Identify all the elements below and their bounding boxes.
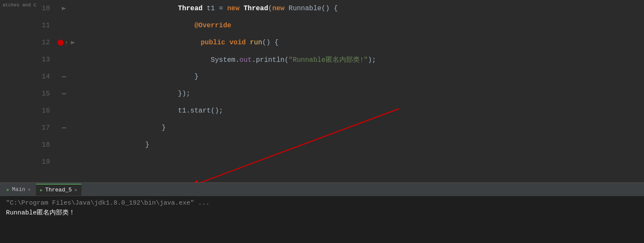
svg-marker-0 xyxy=(62,7,66,10)
gutter-12: ↑ xyxy=(58,39,77,46)
line-num-16: 16 xyxy=(36,107,58,115)
console-area: "C:\Program Files\Java\jdk1.8.0_192\bin\… xyxy=(0,196,644,243)
tab-thread5-close[interactable]: ✕ xyxy=(74,187,77,193)
tab-thread5-icon: ▶ xyxy=(40,188,43,193)
svg-marker-1 xyxy=(71,41,75,44)
sidebar-strip: atches and Consoles xyxy=(0,0,36,182)
line-content-18: } xyxy=(70,133,149,156)
svg-rect-2 xyxy=(62,76,66,77)
tab-main-close[interactable]: ✕ xyxy=(28,187,31,192)
line-num-15: 15 xyxy=(36,90,58,98)
gutter-17 xyxy=(58,124,70,131)
line-num-17: 17 xyxy=(36,124,58,132)
breakpoint-icon xyxy=(58,40,64,46)
tab-thread5[interactable]: ▶ Thread_5 ✕ xyxy=(36,184,82,196)
tab-bar: ▶ Main ✕ ▶ Thread_5 ✕ xyxy=(0,182,644,196)
gutter-14 xyxy=(58,73,70,80)
tab-main-icon: ▶ xyxy=(7,187,9,192)
line-num-11: 11 xyxy=(36,22,58,29)
tab-main-label: Main xyxy=(12,186,25,193)
arrow-up-icon: ↑ xyxy=(65,40,68,46)
code-panel: 10 Thread t1 = new Thread(new Runnable()… xyxy=(36,0,644,182)
console-line-1: "C:\Program Files\Java\jdk1.8.0_192\bin\… xyxy=(6,200,638,207)
code-row-18: 18 } xyxy=(36,136,644,153)
console-line-2: Runnable匿名内部类！ xyxy=(6,208,638,217)
svg-rect-3 xyxy=(62,93,66,94)
line-num-13: 13 xyxy=(36,56,58,64)
tab-main[interactable]: ▶ Main ✕ xyxy=(3,184,35,196)
line-num-14: 14 xyxy=(36,73,58,81)
line-num-10: 10 xyxy=(36,5,58,12)
line-num-18: 18 xyxy=(36,141,58,149)
line-num-19: 19 xyxy=(36,158,58,166)
svg-rect-4 xyxy=(62,127,66,128)
gutter-15 xyxy=(58,90,70,97)
editor-area: atches and Consoles 10 Thread t1 = new T… xyxy=(0,0,644,182)
line-num-12: 12 xyxy=(36,39,58,46)
gutter-10 xyxy=(58,5,70,12)
tab-thread5-label: Thread_5 xyxy=(45,187,72,193)
